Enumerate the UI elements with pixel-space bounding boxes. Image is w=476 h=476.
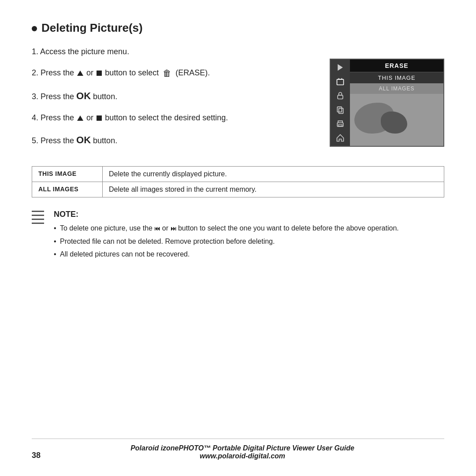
play-icon [334,62,346,73]
table-row: ALL IMAGES Delete all images stored in t… [32,182,444,197]
note-bullet-1: To delete one picture, use the ⏮ or ⏭ bu… [54,223,399,234]
footer-title-text: Polaroid izonePHOTO™ Portable Digital Pi… [130,444,354,452]
step-2-text-middle: button to select [105,68,161,77]
footer: 38 Polaroid izonePHOTO™ Portable Digital… [32,439,444,460]
note-line-2 [32,215,44,216]
step-2-text-after: (ERASE). [175,68,210,77]
info-table: THIS IMAGE Delete the currently displaye… [32,166,444,197]
footer-title: Polaroid izonePHOTO™ Portable Digital Pi… [49,444,435,460]
camera-main: ERASE THIS IMAGE ALL IMAGES [350,60,443,146]
camera-ui: ERASE THIS IMAGE ALL IMAGES [330,59,444,147]
svg-rect-9 [338,125,342,126]
step-2-or: or [86,68,96,77]
svg-rect-6 [339,108,343,114]
step-3-num: 3. [32,92,38,101]
table-cell-desc-2: Delete all images stored in the current … [103,182,444,197]
trash-icon: 🗑 [163,66,171,80]
prev-icon: ⏮ [154,225,160,232]
note-bullet-2: Protected file can not be deleted. Remov… [54,236,399,247]
photo-area [350,94,443,146]
table-cell-label-1: THIS IMAGE [32,166,103,182]
step-5-num: 5. [32,136,38,145]
step-1-text: Access the picture menu. [40,47,129,56]
table-cell-desc-1: Delete the currently displayed picture. [103,166,444,182]
note-bullet-3: All deleted pictures can not be recovere… [54,249,399,260]
up-arrow-icon [77,71,83,76]
step-5-text-after: button. [93,136,117,145]
square-button-icon-2 [97,115,102,121]
copy-icon [334,104,346,115]
note-line-1 [32,211,44,212]
note-line-4 [32,223,44,224]
bullet-icon [32,26,37,31]
title-text: Deleting Picture(s) [41,21,143,35]
home-icon [334,133,346,143]
note-icon [32,211,47,262]
step-3-ok: OK [76,90,91,101]
this-image-row: THIS IMAGE [350,72,443,83]
step-5-text-before: Press the [41,136,76,145]
instructions: 1. Access the picture menu. 2. Press the… [32,45,316,156]
step-3-text-after: button. [93,92,117,101]
svg-marker-0 [338,64,343,71]
trash-cam-icon [334,76,346,87]
step-4-or: or [86,113,96,122]
square-button-icon [97,71,102,76]
note-title: NOTE: [54,210,399,219]
step-1-num: 1. [32,47,38,56]
step-3: 3. Press the OK button. [32,88,316,104]
erase-header: ERASE [350,60,443,72]
footer-url: www.polaroid-digital.com [49,452,435,460]
main-content: 1. Access the picture menu. 2. Press the… [32,45,444,156]
print-icon [334,119,346,129]
note-section: NOTE: To delete one picture, use the ⏮ o… [32,210,444,262]
table-row: THIS IMAGE Delete the currently displaye… [32,166,444,182]
step-5-ok: OK [76,134,91,145]
all-images-row: ALL IMAGES [350,83,443,94]
up-arrow-icon-2 [77,115,83,121]
step-2: 2. Press the or button to select 🗑 (ERAS… [32,66,316,80]
step-5: 5. Press the OK button. [32,132,316,148]
note-lines-icon [32,211,47,224]
step-2-num: 2. [32,68,38,77]
note-content: NOTE: To delete one picture, use the ⏮ o… [54,210,399,262]
svg-rect-7 [337,107,342,112]
step-4: 4. Press the or button to select the des… [32,112,316,124]
next-icon: ⏭ [171,225,176,232]
svg-rect-5 [338,95,343,99]
footer-page-number: 38 [32,451,41,460]
svg-rect-1 [337,79,344,85]
page: Deleting Picture(s) 1. Access the pictur… [0,0,476,476]
step-4-text1: Press the [41,113,76,122]
camera-sidebar [331,60,350,146]
step-4-num: 4. [32,113,38,122]
lock-icon [334,90,346,101]
table-cell-label-2: ALL IMAGES [32,182,103,197]
section-title: Deleting Picture(s) [32,21,444,35]
step-1: 1. Access the picture menu. [32,45,316,58]
camera-panel: ERASE THIS IMAGE ALL IMAGES [330,59,444,156]
step-4-text2: button to select the desired setting. [105,113,228,122]
note-list: To delete one picture, use the ⏮ or ⏭ bu… [54,223,399,260]
step-3-text-before: Press the [41,92,76,101]
note-line-3 [32,219,44,220]
step-2-text-before: Press the [41,68,76,77]
